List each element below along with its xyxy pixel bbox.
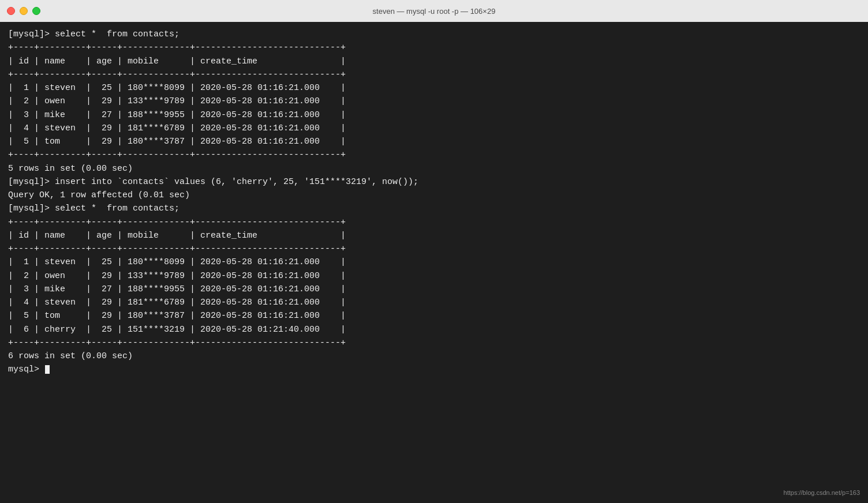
terminal-line: +----+---------+-----+-------------+----… <box>8 216 860 229</box>
terminal-line: | 5 | tom | 29 | 180****3787 | 2020-05-2… <box>8 135 860 148</box>
terminal-body[interactable]: [mysql]> select * from contacts;+----+--… <box>0 22 868 503</box>
terminal-output: [mysql]> select * from contacts;+----+--… <box>8 28 860 377</box>
terminal-line: | 2 | owen | 29 | 133****9789 | 2020-05-… <box>8 269 860 283</box>
maximize-button[interactable] <box>32 7 40 15</box>
terminal-line: +----+---------+-----+-------------+----… <box>8 336 860 350</box>
terminal-line: +----+---------+-----+-------------+----… <box>8 68 860 81</box>
terminal-line: | id | name | age | mobile | create_time… <box>8 55 860 68</box>
cursor <box>45 365 50 374</box>
close-button[interactable] <box>7 7 15 15</box>
traffic-lights <box>7 7 40 15</box>
titlebar: steven — mysql -u root -p — 106×29 <box>0 0 868 22</box>
terminal-line: mysql> <box>8 363 860 376</box>
minimize-button[interactable] <box>20 7 28 15</box>
terminal-line: | 1 | steven | 25 | 180****8099 | 2020-0… <box>8 256 860 269</box>
terminal-line: 5 rows in set (0.00 sec) <box>8 162 860 175</box>
terminal-line: | 6 | cherry | 25 | 151****3219 | 2020-0… <box>8 323 860 336</box>
terminal-line: | 3 | mike | 27 | 188****9955 | 2020-05-… <box>8 283 860 296</box>
terminal-line: 6 rows in set (0.00 sec) <box>8 350 860 363</box>
terminal-line: | 3 | mike | 27 | 188****9955 | 2020-05-… <box>8 108 860 122</box>
terminal-line: [mysql]> select * from contacts; <box>8 28 860 41</box>
terminal-line: +----+---------+-----+-------------+----… <box>8 242 860 256</box>
window-title: steven — mysql -u root -p — 106×29 <box>373 7 496 16</box>
terminal-line: | 1 | steven | 25 | 180****8099 | 2020-0… <box>8 81 860 95</box>
terminal-line: +----+---------+-----+-------------+----… <box>8 41 860 54</box>
terminal-line: | 5 | tom | 29 | 180****3787 | 2020-05-2… <box>8 309 860 322</box>
terminal-line: [mysql]> insert into `contacts` values (… <box>8 175 860 189</box>
terminal-window: steven — mysql -u root -p — 106×29 [mysq… <box>0 0 868 503</box>
terminal-line: | 2 | owen | 29 | 133****9789 | 2020-05-… <box>8 95 860 108</box>
url-bar: https://blog.csdn.net/p=163 <box>784 488 860 498</box>
terminal-line: Query OK, 1 row affected (0.01 sec) <box>8 189 860 202</box>
terminal-line: | 4 | steven | 29 | 181****6789 | 2020-0… <box>8 296 860 309</box>
terminal-line: [mysql]> select * from contacts; <box>8 202 860 215</box>
terminal-line: +----+---------+-----+-------------+----… <box>8 148 860 162</box>
terminal-line: | 4 | steven | 29 | 181****6789 | 2020-0… <box>8 122 860 135</box>
terminal-line: | id | name | age | mobile | create_time… <box>8 229 860 242</box>
